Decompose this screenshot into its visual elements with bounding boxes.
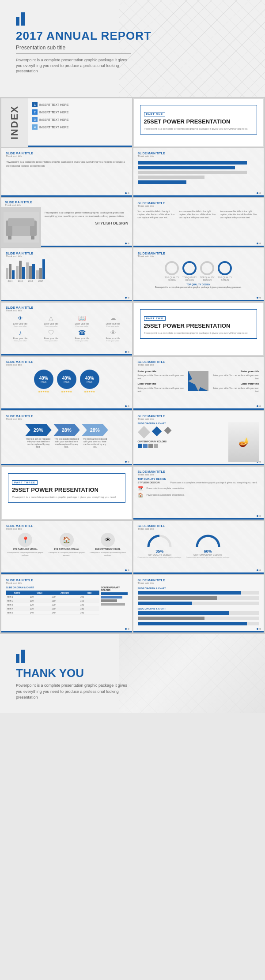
stylish-label: STYLISH DESIGN [45, 221, 129, 225]
part-label-2: PART TWO [144, 316, 166, 321]
th-3: Amount [50, 591, 79, 595]
colors-label-19: CONTEMPORARY COLORS [101, 586, 128, 591]
prog-chart-label-1: SLIDE DIAGRAM & CHART [138, 587, 260, 590]
book-icon: 📖 [78, 314, 86, 322]
hbar-4 [138, 176, 205, 179]
lamp-image: 🪔 [228, 422, 259, 462]
power-slide-2: PART TWO 25SET POWER PRESENTATION Powerp… [133, 303, 264, 355]
slide-main-title-9: SLIDE MAIN TITLE [6, 306, 128, 309]
table-row-3: Item 3 120 220 320 [6, 603, 99, 607]
slide-content-8: SLIDE MAIN TITLE Think sub title TOP QUA… [133, 248, 264, 301]
pct-item-3: 40% FANS ★★★★★ [80, 370, 99, 393]
eye-desc-stylish: Powerpoint is a complete presentation gr… [170, 481, 260, 484]
slide-main-title-3: SLIDE MAIN TITLE [6, 152, 128, 155]
pct-item-2: 40% FANS ★★★★★ [57, 370, 76, 393]
arrow-shape-2: 28% [53, 424, 80, 436]
th-1: Name [6, 591, 29, 595]
hbar-5 [138, 180, 186, 184]
swatch-3 [148, 444, 153, 448]
home-icon-small: 🏠 [138, 493, 145, 497]
svg-rect-6 [4, 212, 39, 243]
swatch-2 [143, 444, 148, 448]
sofa-content: Powerpoint is a complete presentation gr… [1, 207, 132, 247]
pct-sub-2: FANS [64, 381, 69, 383]
icon-item-4: ☁ Enter your title Enter your value [98, 314, 128, 327]
slide-gauge: SLIDE MAIN TITLE Think sub title 35% TOP… [133, 521, 264, 574]
slide-main-title-16: SLIDE MAIN TITLE [138, 470, 260, 473]
pct-item-1: 40% FANS ★★★★★ [34, 370, 53, 393]
bar-2-2 [19, 261, 22, 279]
arrow-shape-3: 28% [82, 424, 108, 436]
cover-desc: Powerpoint is a complete presentation gr… [16, 57, 131, 74]
eye-desc-item-3: Powerpoint is a complete presentation gr… [88, 551, 128, 556]
circle-item-2: TOP QUALITY DESIGN [182, 261, 197, 281]
ty-icon-bar-tall [21, 650, 25, 663]
eye-label-stylish: STYLISH DESIGN [138, 481, 169, 484]
circle-cap-2: TOP QUALITY DESIGN [182, 276, 197, 281]
circle-item-4: TOP QUALITY BONUS [217, 261, 233, 281]
slide-content-18: SLIDE MAIN TITLE Think sub title 35% TOP… [133, 521, 264, 574]
index-item-3: 3 INSERT TEXT HERE [32, 117, 129, 122]
tri-text-right: Enter your title Enter your slide. You c… [209, 370, 259, 393]
pct-num-1: 40% [39, 376, 48, 381]
triangle-icon: △ [49, 314, 53, 322]
arrow-shape-1: 29% [25, 424, 52, 436]
pct-circles-row: 40% FANS ★★★★★ 40% FANS ★★★★★ 40% FANS [6, 370, 128, 393]
prog-bar-bg-6 [138, 622, 260, 625]
bar-group-2: 2015 [16, 258, 25, 282]
arrow-pct-1: 29% [30, 427, 47, 433]
bar-3-3 [32, 264, 35, 279]
eye-row-1: STYLISH DESIGN Powerpoint is a complete … [138, 481, 260, 484]
bar-label-4: 2017 [38, 280, 43, 282]
prog-bar-bg-2 [138, 596, 260, 600]
slide-content-17: SLIDE MAIN TITLE Think sub title 📍 EYE C… [1, 521, 132, 574]
bar-label-1: 2014 [8, 280, 12, 282]
ty-content: THANK YOU Powerpoint is a complete prese… [16, 650, 249, 701]
slide-main-title-13: SLIDE MAIN TITLE [6, 415, 128, 418]
circle-ring-4 [218, 261, 232, 275]
slide-sub-title-12: Think sub title [138, 363, 260, 366]
pinwheel-svg [187, 370, 209, 392]
circle-item-3: TOP QUALITY DESIGN [200, 261, 215, 281]
arrow-desc-1: The text can be replaced with your own t… [25, 438, 52, 448]
hbar-3 [138, 171, 247, 174]
icon-subcap-5: Enter your value [14, 340, 26, 342]
eye-desc-item-2: Powerpoint is a complete presentation gr… [47, 551, 87, 556]
diamond-1 [137, 426, 150, 438]
icon-item-2: △ Enter your title Enter your value [37, 314, 66, 327]
circle-item-1: TOP QUALITY DESIGN [164, 261, 180, 281]
icon-item-8: 👁 Enter your title Enter your value [98, 329, 128, 342]
table-body: Item 1 100 200 300 Item 2 110 210 310 [6, 595, 99, 615]
index-num-1: 1 [32, 102, 38, 107]
index-num-3: 3 [32, 117, 38, 122]
bar-3-1 [26, 262, 29, 279]
eye-desc-2: Powerpoint is a complete presentation. [147, 487, 260, 490]
slide-content-16: SLIDE MAIN TITLE Think sub title TOP QUA… [133, 467, 264, 520]
table-row-4: Item 4 130 230 330 [6, 607, 99, 611]
gauge-item-2: 60% CONTEMPORARY COLORS Powerpoint is a … [186, 534, 230, 559]
td-1-2: 100 [29, 595, 51, 599]
prog-chart-label-2: SLIDE DIAGRAM & CHART [138, 607, 260, 610]
gauge-desc-2: Powerpoint is a complete presentation gr… [186, 556, 230, 559]
table-row-5: Item 5 140 240 340 [6, 611, 99, 615]
pct-sub-3: FANS [87, 381, 92, 383]
arrow-desc-3: The text can be replaced with your own t… [82, 438, 108, 448]
prog-bar-fill-6 [138, 622, 247, 625]
icon-item-1: ✈ Enter your title Enter your value [6, 314, 35, 327]
cloud-icon: ☁ [110, 314, 116, 322]
hbar-2 [138, 166, 235, 169]
eye-row-2: 📅 Powerpoint is a complete presentation. [138, 486, 260, 491]
icons-grid: ✈ Enter your title Enter your value △ En… [6, 314, 128, 342]
table-row-2: Item 2 110 210 310 [6, 599, 99, 603]
slide-sub-title-16: Think sub title [138, 473, 260, 476]
slide-sub-title-14: Think sub title [138, 418, 260, 420]
cover-subtitle: Presentation sub title [16, 45, 131, 54]
circle-ring-1 [165, 261, 179, 275]
cover-slide: 2017 ANNUAL REPORT Presentation sub titl… [0, 0, 265, 97]
part-label-1: PART ONE [144, 112, 166, 116]
pct-num-2: 40% [62, 376, 71, 381]
music-icon: ♪ [19, 329, 22, 336]
index-text-3: INSERT TEXT HERE [39, 118, 68, 121]
power-desc-2: Powerpoint is a complete presentation gr… [144, 331, 254, 335]
prog-bar-fill-2 [138, 596, 217, 600]
